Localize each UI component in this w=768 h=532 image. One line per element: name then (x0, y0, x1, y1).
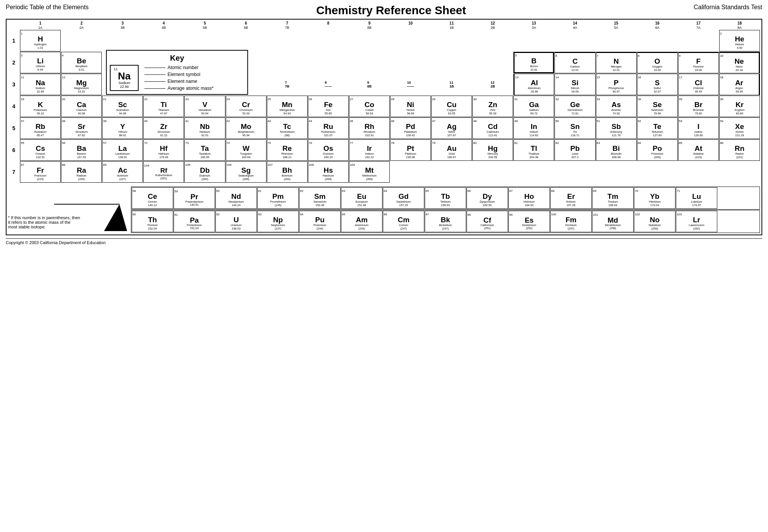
element-P: 15 P Phosphorus 30.97 (596, 74, 637, 95)
left-header: Periodic Table of the Elements (6, 4, 89, 11)
element-Y: 39 Y Yttrium 88.91 (102, 117, 143, 139)
element-No: 102 No Nobelium (259) (634, 211, 675, 232)
element-K: 19 K Potassium 39.10 (20, 96, 61, 117)
element-Sn: 50 Sn Tin 118.71 (554, 117, 595, 139)
element-Kr: 36 Kr Krypton 83.80 (719, 96, 760, 117)
group-4-header: 44B (143, 21, 184, 30)
element-Tl: 81 Tl Thallium 204.38 (513, 139, 554, 161)
element-Np: 93 Np Neptunium (237) (257, 211, 299, 232)
element-Yb: 70 Yb Ytterbium 173.04 (634, 187, 675, 209)
group-17-header: 177A (678, 21, 719, 30)
element-Zr: 40 Zr Zirconium 91.22 (143, 117, 184, 139)
group-13-header: 133A (513, 21, 554, 30)
element-Be: 4 Be Beryllium 9.01 (61, 52, 102, 73)
element-Lu: 71 Lu Lutetium 174.97 (676, 187, 717, 209)
element-Lr: 103 Lr Lawrencium (262) (676, 211, 717, 232)
element-Ra: 88 Ra Radium (226) (61, 161, 102, 183)
element-Rb: 37 Rb Rubidium 85.47 (20, 117, 61, 139)
element-V: 23 V Vanadium 50.94 (184, 96, 225, 117)
element-Pm: 61 Pm Promethium (145) (257, 187, 299, 209)
element-Rf: 104 Rf Rutherfordium (261) (143, 161, 184, 183)
element-Se: 34 Se Selenium 78.96 (637, 96, 678, 117)
element-Cd: 48 Cd Cadmium 112.41 (472, 117, 513, 139)
element-F: 9 F Fluorine 19.00 (678, 52, 719, 73)
group-14-header: 144A (554, 21, 595, 30)
row-6-label: 6 (8, 139, 20, 161)
element-Ca: 20 Ca Calcium 40.08 (61, 96, 102, 117)
element-Te: 52 Te Tellurium 127.60 (637, 117, 678, 139)
element-Ne: 10 Ne Neon 20.18 (719, 52, 760, 73)
element-Ti: 22 Ti Titanium 47.87 (143, 96, 184, 117)
element-Hs: 108 Hs Hassium (269) (308, 161, 349, 183)
element-Ar: 18 Ar Argon 39.95 (719, 74, 760, 95)
group-5-header: 55B (184, 21, 225, 30)
right-header: California Standards Test (694, 4, 762, 11)
element-Cs: 55 Cs Cesium 132.91 (20, 139, 61, 161)
element-Ir: 77 Ir Iridium 192.22 (349, 139, 390, 161)
element-Xe: 54 Xe Xenon 131.29 (719, 117, 760, 139)
element-Na: 11 Na Sodium 22.99 (20, 74, 61, 95)
row-2-label: 2 (8, 52, 20, 73)
element-Pd: 46 Pd Palladium 106.42 (390, 117, 431, 139)
group-16-header: 166A (637, 21, 678, 30)
element-Cu: 29 Cu Copper 63.55 (431, 96, 472, 117)
element-Pt: 78 Pt Platinum 195.08 (390, 139, 431, 161)
element-C: 6 C Carbon 12.01 (554, 52, 595, 73)
element-Au: 79 Au Gold 196.97 (431, 139, 472, 161)
element-Ga: 31 Ga Gallium 69.72 (513, 96, 554, 117)
element-Cr: 24 Cr Chromium 52.00 (226, 96, 266, 117)
element-W: 74 W Tungsten 183.84 (226, 139, 266, 161)
element-Ge: 32 Ge Germanium 72.61 (554, 96, 595, 117)
element-Br: 35 Br Bromine 79.90 (678, 96, 719, 117)
group-10-header: 10 (390, 21, 431, 30)
element-Fe: 26 Fe Iron 55.85 (308, 96, 349, 117)
element-O: 8 O Oxygen 16.00 (637, 52, 678, 73)
group-11-header: 111B (431, 21, 472, 30)
group-7-header: 77B (267, 21, 308, 30)
group-6-header: 66B (226, 21, 266, 30)
element-Rh: 45 Rh Rhodium 102.91 (349, 117, 390, 139)
element-Md: 101 Md Mendelevium (258) (592, 211, 634, 232)
element-Ba: 56 Ba Barium 137.33 (61, 139, 102, 161)
element-Sm: 62 Sm Samarium 150.36 (299, 187, 341, 209)
element-Er: 68 Er Erbium 167.26 (550, 187, 592, 209)
group-2-header: 22A (61, 21, 102, 30)
element-S: 16 S Sulfur 32.07 (637, 74, 678, 95)
element-Si: 14 Si Silicon 28.09 (554, 74, 595, 95)
element-Eu: 63 Eu Europium 151.96 (341, 187, 382, 209)
element-Ru: 44 Ru Ruthenium 101.07 (308, 117, 349, 139)
row-3-label: 3 (8, 74, 20, 95)
row-4-label: 4 (8, 96, 20, 117)
element-Al: 13 Al Aluminum 26.98 (513, 74, 554, 95)
element-Tm: 69 Tm Thulium 168.93 (592, 187, 634, 209)
element-Sc: 21 Sc Scandium 44.96 (102, 96, 143, 117)
element-I: 53 I Iodine 126.90 (678, 117, 719, 139)
element-Tb: 65 Tb Terbium 158.93 (425, 187, 466, 209)
center-header: Chemistry Reference Sheet (316, 4, 466, 17)
element-Bh: 107 Bh Bohrium (264) (267, 161, 308, 183)
element-Ho: 67 Ho Holmium 164.93 (508, 187, 550, 209)
element-Cl: 17 Cl Chlorine 35.45 (678, 74, 719, 95)
row-7-label: 7 (8, 161, 20, 183)
element-Fr: 87 Fr Francium (223) (20, 161, 61, 183)
element-Ac: 89 Ac Actinium (227) (102, 161, 143, 183)
element-At: 85 At Astatine (210) (678, 139, 719, 161)
element-Ni: 28 Ni Nickel 58.69 (390, 96, 431, 117)
element-Db: 105 Db Dubrium (262) (184, 161, 225, 183)
group-15-header: 155A (596, 21, 637, 30)
element-He: 2 He Helium 4.00 (719, 30, 760, 51)
element-Sb: 51 Sb Antimony 121.76 (596, 117, 637, 139)
element-Hg: 80 Hg Mercury 200.59 (472, 139, 513, 161)
element-Dy: 66 Dy Dysprosium 162.50 (467, 187, 508, 209)
element-Mg: 12 Mg Magnesium 24.31 (61, 74, 102, 95)
element-Pb: 82 Pb Lead 207.2 (554, 139, 595, 161)
element-Nd: 60 Nd Neodymium 144.24 (215, 187, 257, 209)
group-3-header: 33B (102, 21, 143, 30)
element-Mo: 42 Mo Molybdenum 95.94 (226, 117, 266, 139)
group-1-header: 11A (20, 21, 61, 30)
element-Po: 84 Po Polonium (209) (637, 139, 678, 161)
element-In: 49 In Indium 114.82 (513, 117, 554, 139)
element-Am: 95 Am Americium (243) (341, 211, 382, 232)
element-Cm: 96 Cm Curium (247) (383, 211, 424, 232)
element-U: 92 U Uranium 238.03 (215, 211, 257, 232)
